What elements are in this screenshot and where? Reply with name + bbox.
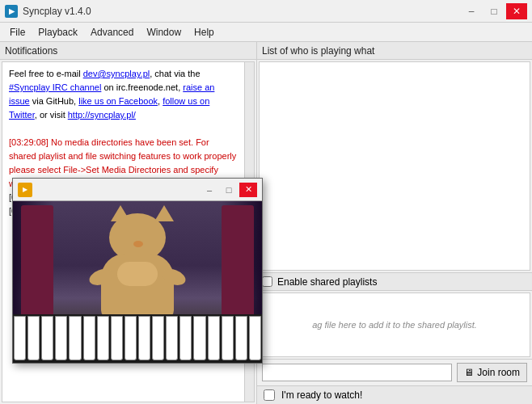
cat-nose <box>133 241 143 247</box>
video-title-left: ▶ <box>18 183 32 197</box>
title-bar: ▶ Syncplay v1.4.0 – □ ✕ <box>0 0 532 23</box>
cat-belly <box>117 262 158 286</box>
title-text: Syncplay v1.4.0 <box>23 6 91 17</box>
piano-key-18 <box>249 316 261 360</box>
menu-advanced[interactable]: Advanced <box>84 25 140 40</box>
vlc-icon: ▶ <box>18 183 32 197</box>
piano-key-16 <box>222 316 234 360</box>
maximize-button[interactable]: □ <box>483 3 505 19</box>
piano-key-17 <box>235 316 247 360</box>
menu-bar: File Playback Advanced Window Help <box>0 23 532 42</box>
title-bar-controls: – □ ✕ <box>461 3 527 19</box>
link-website[interactable]: http://syncplay.pl/ <box>68 110 136 120</box>
piano-key-10 <box>138 316 150 360</box>
join-room-button[interactable]: 🖥 Join room <box>457 363 527 382</box>
notification-intro: Feel free to e-mail dev@syncplay.pl, cha… <box>9 67 238 122</box>
menu-help[interactable]: Help <box>188 25 221 40</box>
video-content <box>13 201 262 363</box>
piano-key-6 <box>83 316 95 360</box>
cat-figure <box>85 221 190 318</box>
title-bar-left: ▶ Syncplay v1.4.0 <box>5 5 91 18</box>
piano-key-3 <box>41 316 53 360</box>
piano-key-8 <box>111 316 123 360</box>
video-close-button[interactable]: ✕ <box>239 183 257 197</box>
right-panel: List of who is playing what Enable share… <box>257 42 532 404</box>
link-email[interactable]: dev@syncplay.pl <box>83 69 150 78</box>
cat-ear-right <box>154 205 174 221</box>
cat-torso <box>101 254 174 318</box>
app-window: ▶ Syncplay v1.4.0 – □ ✕ File Playback Ad… <box>0 0 532 404</box>
cat-scene <box>13 201 262 363</box>
piano-key-1 <box>14 316 26 360</box>
video-maximize-button[interactable]: □ <box>220 183 238 197</box>
piano-keyboard <box>13 314 262 363</box>
piano-key-5 <box>69 316 81 360</box>
menu-playback[interactable]: Playback <box>32 25 84 40</box>
join-label: Join room <box>477 367 520 378</box>
menu-window[interactable]: Window <box>140 25 188 40</box>
menu-file[interactable]: File <box>3 25 32 40</box>
piano-key-9 <box>125 316 137 360</box>
app-icon: ▶ <box>5 5 18 18</box>
piano-key-2 <box>27 316 40 360</box>
piano-key-4 <box>55 316 67 360</box>
ready-label: I'm ready to watch! <box>281 389 362 401</box>
notifications-header: Notifications <box>0 42 256 60</box>
playlist-drop-area[interactable]: ag file here to add it to the shared pla… <box>259 292 530 357</box>
enable-playlist-checkbox[interactable] <box>262 276 272 287</box>
who-list <box>259 61 530 271</box>
link-facebook[interactable]: like us on Facebook <box>78 96 158 106</box>
link-irc[interactable]: #Syncplay IRC channel <box>9 82 101 92</box>
minimize-button[interactable]: – <box>461 3 482 19</box>
enable-playlist-label: Enable shared playlists <box>277 276 377 288</box>
close-button[interactable]: ✕ <box>506 3 527 19</box>
piano-key-12 <box>166 316 178 360</box>
curtain-right <box>222 205 254 318</box>
join-icon: 🖥 <box>464 367 474 378</box>
ready-checkbox[interactable] <box>264 389 275 401</box>
piano-key-7 <box>97 316 109 360</box>
ready-bar: I'm ready to watch! <box>257 385 532 404</box>
video-title-bar: ▶ – □ ✕ <box>13 179 262 201</box>
who-playing-header: List of who is playing what <box>257 42 532 60</box>
video-player-window: ▶ – □ ✕ <box>12 178 263 364</box>
piano-key-11 <box>152 316 164 360</box>
piano-key-14 <box>193 316 205 360</box>
video-controls: – □ ✕ <box>201 183 257 197</box>
playlist-section: Enable shared playlists ag file here to … <box>257 272 532 359</box>
playlist-header-row: Enable shared playlists <box>257 273 532 291</box>
server-input[interactable] <box>262 364 452 381</box>
piano-key-13 <box>179 316 192 360</box>
piano-key-15 <box>208 316 220 360</box>
bottom-bar: 🖥 Join room <box>257 359 532 385</box>
video-minimize-button[interactable]: – <box>201 183 218 197</box>
playlist-drop-text: ag file here to add it to the shared pla… <box>312 320 477 330</box>
curtain-left <box>21 205 53 318</box>
